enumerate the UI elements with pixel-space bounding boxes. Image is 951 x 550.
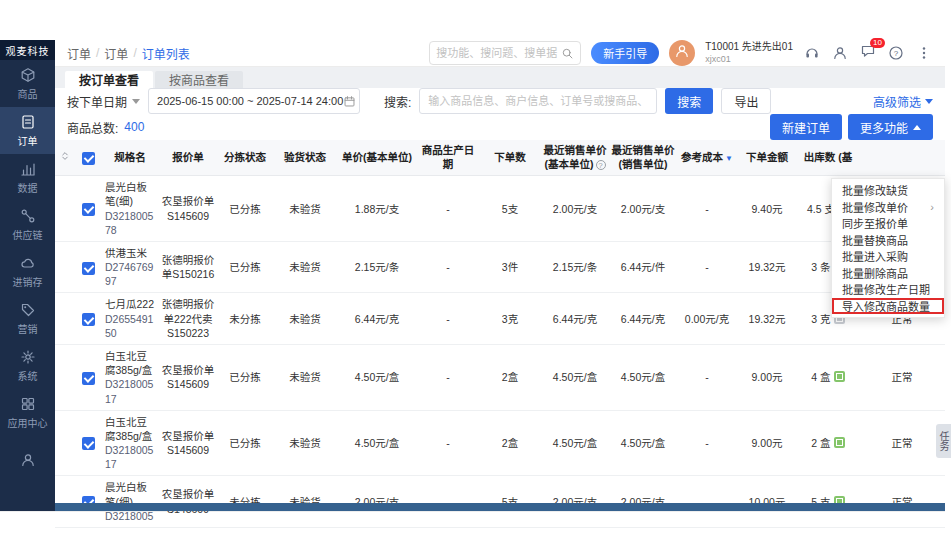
col-ref-cost[interactable]: 参考成本▼: [677, 140, 737, 176]
row-checkbox[interactable]: [82, 203, 95, 216]
menu-item-1[interactable]: 批量修改缺货: [832, 182, 944, 199]
recent-sale-price-cell: 2.00元/支: [609, 176, 677, 242]
spec-code: D274676997: [105, 260, 157, 288]
spec-name: 供港玉米: [105, 246, 157, 260]
unit-price-cell: 6.44元/克: [337, 293, 417, 345]
spec-name: 白玉北豆腐385g/盒: [105, 349, 157, 377]
orders-icon: [20, 114, 36, 130]
menu-item-8[interactable]: 导入修改商品数量: [832, 298, 944, 315]
out-qty-value: 3 条: [811, 261, 830, 273]
search-icon[interactable]: [561, 47, 574, 60]
col-recent-base-price: 最近销售单价 (基本单位)?: [541, 140, 609, 176]
date-range-input[interactable]: 2025-06-15 00:00 ~ 2025-07-14 24:00: [148, 88, 360, 114]
search-button[interactable]: 搜索: [665, 88, 713, 114]
contacts-icon[interactable]: [831, 44, 849, 62]
col-inspect-status: 验货状态: [273, 140, 337, 176]
menu-item-7[interactable]: 批量修改生产日期: [832, 281, 944, 298]
sidebar-item-system[interactable]: 系统: [0, 342, 55, 389]
sidebar-item-orders[interactable]: 订单: [0, 107, 55, 154]
out-qty-value: 2 盒: [811, 437, 830, 449]
unit-price-cell: 1.88元/支: [337, 176, 417, 242]
global-search-input[interactable]: [436, 47, 561, 59]
prod-date-cell: -: [417, 476, 479, 528]
row-checkbox[interactable]: [82, 372, 95, 385]
table-row: 白玉北豆腐385g/盒 D321800517 农垦报价单S145609 已分拣 …: [55, 345, 945, 411]
ref-cost-cell: -: [677, 476, 737, 528]
filter-search-input[interactable]: [419, 88, 657, 114]
out-qty-value: 4 盒: [811, 371, 830, 383]
sidebar-item-app-center[interactable]: 应用中心: [0, 389, 55, 436]
help-icon[interactable]: ?: [887, 44, 905, 62]
breadcrumb-item[interactable]: 订单: [67, 45, 91, 62]
new-order-button[interactable]: 新建订单: [770, 114, 842, 140]
row-checkbox[interactable]: [82, 437, 95, 450]
supply-chain-icon: [20, 208, 36, 224]
row-checkbox[interactable]: [82, 262, 95, 275]
select-all-checkbox[interactable]: [82, 152, 95, 165]
unit-price-cell: 2.00元/支: [337, 476, 417, 528]
export-button[interactable]: 导出: [721, 88, 771, 114]
sidebar-item-data[interactable]: 数据: [0, 154, 55, 201]
date-type-select[interactable]: 按下单日期: [67, 93, 140, 110]
bottom-bar: [55, 503, 945, 511]
date-range-value: 2025-06-15 00:00 ~ 2025-07-14 24:00: [157, 95, 343, 107]
menu-item-3[interactable]: 同步至报价单: [832, 215, 944, 232]
info-icon[interactable]: ?: [596, 160, 606, 170]
order-qty-cell: 2盒: [479, 345, 541, 411]
guide-button[interactable]: 新手引导: [591, 42, 659, 64]
sort-toggle-icon[interactable]: [59, 152, 71, 164]
prod-date-cell: -: [417, 293, 479, 345]
col-prod-date: 商品生产日期: [417, 140, 479, 176]
menu-item-6[interactable]: 批量删除商品: [832, 265, 944, 282]
breadcrumb-separator: /: [133, 46, 136, 60]
recent-base-price-cell: 6.44元/克: [541, 293, 609, 345]
col-recent-sale-price: 最近销售单价 (销售单位): [609, 140, 677, 176]
app-window: 观麦科技 商品订单数据供应链进销存营销系统应用中心 订单/订单/订单列表 新手引…: [0, 40, 945, 512]
inventory-icon: [20, 255, 36, 271]
breadcrumb: 订单/订单/订单列表: [67, 45, 190, 62]
total-value: 400: [124, 120, 144, 134]
more-functions-button[interactable]: 更多功能: [848, 114, 933, 140]
sort-status-cell: 已分拣: [217, 345, 273, 411]
breadcrumb-item[interactable]: 订单: [104, 45, 128, 62]
date-type-label: 按下单日期: [67, 93, 127, 110]
task-tab[interactable]: 任务: [936, 424, 951, 458]
spec-code: D321800578: [105, 209, 157, 237]
ref-cost-cell: -: [677, 410, 737, 476]
prod-date-cell: -: [417, 176, 479, 242]
row-checkbox[interactable]: [82, 313, 95, 326]
menu-item-2[interactable]: 批量修改单价›: [832, 199, 944, 216]
amount-cell: 9.40元: [737, 176, 797, 242]
avatar[interactable]: [669, 40, 695, 66]
weigh-edit-icon[interactable]: [834, 371, 845, 382]
breadcrumb-item[interactable]: 订单列表: [142, 45, 190, 62]
weigh-edit-icon[interactable]: [834, 437, 845, 448]
sort-desc-icon[interactable]: ▼: [725, 154, 733, 163]
sidebar-item-supply-chain[interactable]: 供应链: [0, 201, 55, 248]
sidebar-item-account[interactable]: [0, 436, 55, 483]
table-row: 供港玉米 D274676997 张德明报价单S150216 已分拣 未验货 2.…: [55, 241, 945, 293]
col-order-qty: 下单数: [479, 140, 541, 176]
more-menu-icon[interactable]: [915, 44, 933, 62]
tab-by-order[interactable]: 按订单查看: [65, 71, 153, 88]
menu-item-4[interactable]: 批量替换商品: [832, 232, 944, 249]
out-qty-cell: 2 盒: [797, 410, 859, 476]
sidebar-item-marketing[interactable]: 营销: [0, 295, 55, 342]
app-center-icon: [20, 396, 36, 412]
sidebar-item-goods[interactable]: 商品: [0, 60, 55, 107]
advanced-filter-link[interactable]: 高级筛选: [873, 93, 933, 110]
user-info[interactable]: T10001 先进先出01 xjxc01: [705, 41, 793, 65]
recent-base-price-cell: 4.50元/盒: [541, 345, 609, 411]
sidebar-item-inventory[interactable]: 进销存: [0, 248, 55, 295]
recent-base-price-cell: 4.50元/盒: [541, 410, 609, 476]
customer-service-icon[interactable]: [803, 44, 821, 62]
menu-item-5[interactable]: 批量进入采购: [832, 248, 944, 265]
messages-icon[interactable]: 10: [859, 44, 877, 62]
global-search[interactable]: [429, 41, 581, 65]
more-functions-menu: 批量修改缺货批量修改单价›同步至报价单批量替换商品批量进入采购批量删除商品批量修…: [831, 178, 945, 318]
recent-base-price-cell: 2.15元/条: [541, 241, 609, 293]
tab-by-product[interactable]: 按商品查看: [155, 71, 243, 88]
amount-cell: 19.32元: [737, 293, 797, 345]
recent-sale-price-cell: 6.44元/件: [609, 241, 677, 293]
breadcrumb-separator: /: [96, 46, 99, 60]
